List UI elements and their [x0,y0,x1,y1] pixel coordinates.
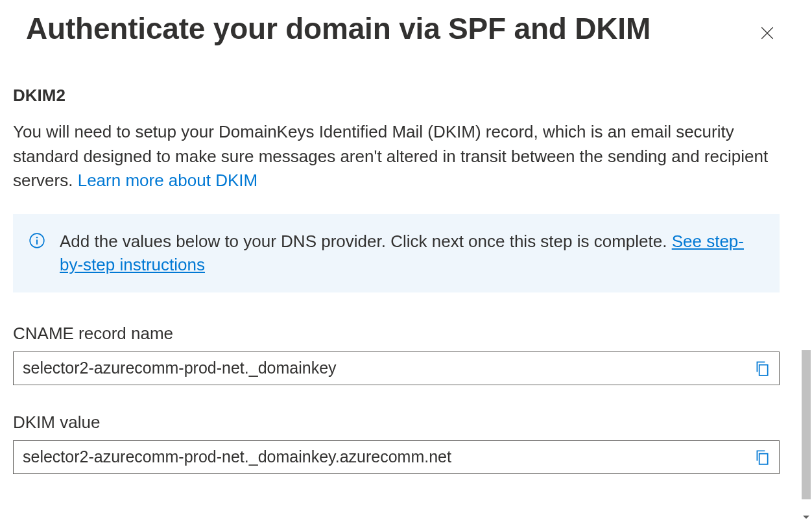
dkim-input[interactable] [13,440,780,474]
dialog-panel: Authenticate your domain via SPF and DKI… [0,0,812,524]
dialog-title: Authenticate your domain via SPF and DKI… [26,12,651,46]
dialog-header: Authenticate your domain via SPF and DKI… [0,0,812,47]
cname-label: CNAME record name [13,324,780,344]
section-heading: DKIM2 [13,86,780,106]
cname-copy-button[interactable] [751,357,773,379]
info-message: Add the values below to your DNS provide… [60,232,672,251]
dialog-content: DKIM2 You will need to setup your Domain… [0,66,812,524]
learn-more-link[interactable]: Learn more about DKIM [78,171,257,190]
close-button[interactable] [754,19,781,47]
dkim-field-wrapper [13,440,780,474]
svg-rect-6 [759,453,768,464]
scrollbar-thumb[interactable] [802,350,811,499]
svg-rect-5 [759,364,768,375]
close-icon [759,25,776,42]
dkim-copy-button[interactable] [751,446,773,468]
svg-point-3 [36,237,38,238]
dkim-field-group: DKIM value [13,412,780,474]
section-description: You will need to setup your DomainKeys I… [13,120,780,193]
dkim-label: DKIM value [13,412,780,433]
cname-field-group: CNAME record name [13,324,780,385]
cname-input[interactable] [13,351,780,385]
info-icon [29,232,45,249]
scrollbar-down-arrow[interactable] [802,512,811,523]
info-box: Add the values below to your DNS provide… [13,214,780,292]
copy-icon [754,449,770,466]
cname-field-wrapper [13,351,780,385]
scrollbar[interactable] [800,0,812,524]
info-text: Add the values below to your DNS provide… [60,230,761,277]
copy-icon [754,360,770,377]
